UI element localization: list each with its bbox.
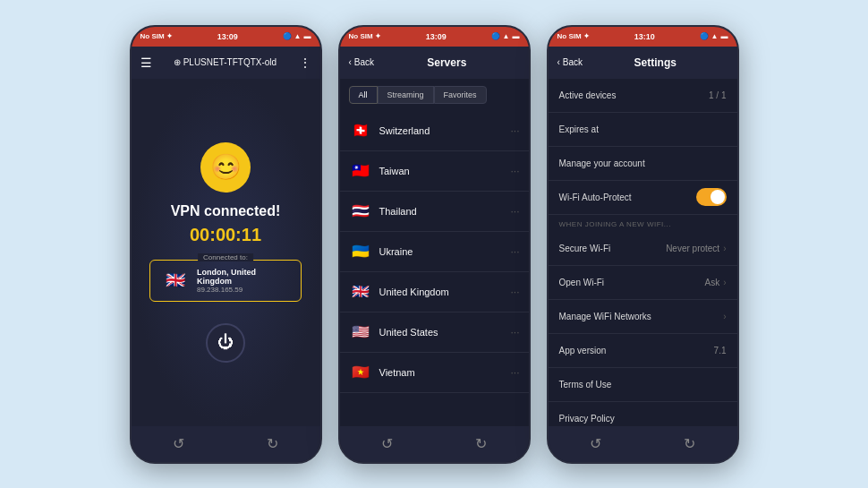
terms-label: Terms of Use [559,380,727,390]
battery-icon-2: ▬ [512,32,519,40]
servers-title: Servers [374,56,519,69]
more-icon-us[interactable]: ··· [510,326,519,338]
settings-item-manage-wifi[interactable]: Manage WiFi Networks › [549,300,737,334]
more-icon-vietnam[interactable]: ··· [510,366,519,379]
status-icons-3: 🔵 ▲ ▬ [700,32,728,40]
settings-item-terms[interactable]: Terms of Use [549,368,737,402]
servers-back-button[interactable]: ‹ Back [349,57,375,67]
server-name-thailand: Thailand [379,206,504,217]
server-name-uk: United Kingdom [379,287,504,297]
status-icons-1: 🔵 ▲ ▬ [283,32,311,40]
status-bar-1: No SIM ✦ 13:09 🔵 ▲ ▬ [132,27,320,47]
phone-servers: No SIM ✦ 13:09 🔵 ▲ ▬ ‹ Back Servers All … [338,25,531,464]
flag-us: 🇺🇸 [349,321,372,344]
signal-icon-3: ▲ [711,32,719,40]
vpn-screen-body: 😊 VPN connected! 00:00:11 Connected to: … [132,79,320,426]
flag-vietnam: 🇻🇳 [349,361,372,384]
world-map-background [132,79,320,426]
filter-tab-all[interactable]: All [349,86,378,104]
wifi-name: ⊕ PLUSNET-TFTQTX-old [152,57,299,67]
server-list: 🇨🇭 Switzerland ··· 🇹🇼 Taiwan ··· 🇹🇭 Thai… [340,111,529,426]
phone-settings: No SIM ✦ 13:10 🔵 ▲ ▬ ‹ Back Settings Act… [547,25,739,464]
bottom-bar-1: ↺ ↻ [132,426,320,462]
bluetooth-icon-3: 🔵 [700,32,709,40]
bluetooth-icon-2: 🔵 [491,32,500,40]
chevron-right-icon-manage: › [723,312,726,321]
more-icon-taiwan[interactable]: ··· [510,165,519,177]
settings-item-expires: Expires at [549,113,737,147]
status-nosim-3: No SIM ✦ [557,32,590,40]
more-icon[interactable]: ⋮ [299,56,311,70]
status-nosim-2: No SIM ✦ [349,32,381,40]
forward-rotate-button-1[interactable]: ↻ [267,435,278,452]
back-label-3: Back [563,57,583,67]
servers-nav: ‹ Back Servers [340,47,529,79]
more-icon-uk[interactable]: ··· [510,286,519,298]
hamburger-icon[interactable]: ☰ [140,56,152,70]
power-button[interactable]: ⏻ [206,323,245,363]
manage-account-label: Manage your account [559,158,727,168]
settings-nav: ‹ Back Settings [549,47,737,79]
server-name-ukraine: Ukraine [379,246,504,257]
list-item[interactable]: 🇹🇭 Thailand ··· [340,192,529,232]
connected-info: London, United Kingdom 89.238.165.59 [197,268,288,294]
bottom-bar-3: ↺ ↻ [549,426,737,462]
app-version-label: App version [559,346,714,355]
settings-item-app-version: App version 7.1 [549,334,737,368]
more-icon-switzerland[interactable]: ··· [510,124,519,137]
list-item[interactable]: 🇨🇭 Switzerland ··· [340,111,529,151]
flag-taiwan: 🇹🇼 [349,159,372,183]
vpn-face-icon: 😊 [210,152,242,182]
server-name-switzerland: Switzerland [379,125,504,136]
secure-wifi-value: Never protect [666,244,719,253]
filter-tab-streaming[interactable]: Streaming [378,86,434,104]
filter-tabs: All Streaming Favorites [340,79,529,111]
list-item[interactable]: 🇬🇧 United Kingdom ··· [340,272,529,312]
status-nosim-1: No SIM ✦ [140,32,173,40]
server-name-taiwan: Taiwan [379,166,504,176]
back-rotate-button-2[interactable]: ↺ [381,435,393,452]
status-bar-3: No SIM ✦ 13:10 🔵 ▲ ▬ [549,27,737,47]
filter-tab-favorites[interactable]: Favorites [434,86,487,104]
back-rotate-button-3[interactable]: ↺ [590,435,601,452]
open-wifi-label: Open Wi-Fi [559,278,705,287]
settings-item-manage-account[interactable]: Manage your account [549,147,737,181]
battery-icon-3: ▬ [720,32,728,40]
flag-uk: 🇬🇧 [349,280,372,304]
settings-item-secure-wifi[interactable]: Secure Wi-Fi Never protect › [549,232,737,266]
list-item[interactable]: 🇹🇼 Taiwan ··· [340,151,529,192]
vpn-logo: 😊 [200,142,251,193]
wifi-autoprotect-toggle[interactable] [696,188,727,206]
server-name-vietnam: Vietnam [379,367,504,378]
forward-rotate-button-3[interactable]: ↻ [684,435,695,452]
server-name-us: United States [379,327,504,338]
nav-bar-1: ☰ ⊕ PLUSNET-TFTQTX-old ⋮ [132,47,320,79]
back-rotate-button-1[interactable]: ↺ [173,435,184,452]
forward-rotate-button-2[interactable]: ↻ [475,435,487,452]
list-item[interactable]: 🇺🇸 United States ··· [340,312,529,353]
wifi-section-label: WHEN JOINING A NEW WIFI... [549,215,737,232]
connected-ip: 89.238.165.59 [197,286,288,294]
more-icon-thailand[interactable]: ··· [510,205,519,218]
settings-back-button[interactable]: ‹ Back [557,57,583,67]
settings-list: Active devices 1 / 1 Expires at Manage y… [549,79,737,426]
more-icon-ukraine[interactable]: ··· [510,245,519,258]
settings-item-wifi-autoprotect[interactable]: Wi-Fi Auto-Protect [549,181,737,215]
active-devices-value: 1 / 1 [709,90,726,100]
chevron-left-icon-3: ‹ [557,57,560,67]
connected-to-label: Connected to: [198,253,253,261]
active-devices-label: Active devices [559,90,710,100]
settings-item-open-wifi[interactable]: Open Wi-Fi Ask › [549,266,737,300]
status-bar-2: No SIM ✦ 13:09 🔵 ▲ ▬ [340,27,529,47]
list-item[interactable]: 🇻🇳 Vietnam ··· [340,353,529,393]
settings-title: Settings [583,56,728,69]
bottom-bar-2: ↺ ↻ [340,426,529,462]
back-label: Back [354,57,374,67]
status-time-3: 13:10 [634,32,655,41]
settings-item-privacy[interactable]: Privacy Policy [549,402,737,426]
signal-icon-2: ▲ [503,32,510,40]
bluetooth-icon: 🔵 [283,32,292,40]
app-version-value: 7.1 [714,346,727,355]
chevron-left-icon: ‹ [349,57,352,67]
list-item[interactable]: 🇺🇦 Ukraine ··· [340,232,529,272]
